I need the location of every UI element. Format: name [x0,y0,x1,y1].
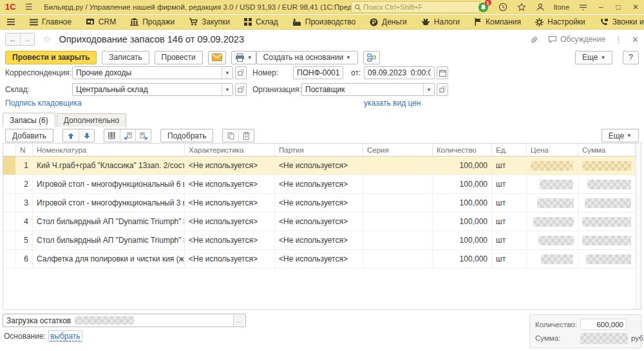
cell-series [363,194,433,212]
calendar-icon[interactable] [437,66,448,79]
print-button[interactable]: ▼ [231,51,256,64]
column-nomenclature[interactable]: Номенклатура [33,144,185,156]
cell-price-censored [527,213,578,231]
favorite-star-icon[interactable]: ☆ [43,33,51,45]
cell-unit: шт [492,231,527,249]
column-sum[interactable]: Сумма [578,144,636,156]
chevron-down-icon[interactable]: ▼ [423,84,434,95]
load-from-device-icon[interactable] [120,129,135,142]
inventory-table: N Номенклатура Характеристика Партия Сер… [3,143,641,310]
column-unit[interactable]: Ед. [492,144,527,156]
warehouse-open-icon[interactable] [235,83,247,96]
cell-characteristic: <Не используется> [185,194,275,212]
discussion-button[interactable]: Обсуждение [548,35,605,44]
number-field[interactable] [293,66,343,79]
chevron-down-icon: ▼ [627,133,632,138]
cell-sum-censored [578,157,636,175]
add-row-button[interactable]: Добавить [5,129,53,142]
storekeeper-signature-link[interactable]: Подпись кладовщика [5,99,82,108]
email-button[interactable] [208,51,226,64]
close-document-icon[interactable]: ✕ [632,35,639,44]
column-characteristic[interactable]: Характеристика [185,144,275,156]
column-series[interactable]: Серия [363,144,433,156]
post-and-close-button[interactable]: Провести и закрыть [5,51,97,64]
notifications-icon[interactable]: 1 [478,1,489,13]
create-based-on-button[interactable]: Создать на основании ▼ [256,51,358,64]
section-settings[interactable]: Настройки [535,17,585,26]
section-calls[interactable]: Звонки и сообщения [600,17,644,26]
total-sum-censored [580,333,628,344]
close-window-button[interactable]: ✕ [631,3,640,12]
cell-series [363,231,433,249]
section-crm[interactable]: CRM [86,17,116,26]
paste-icon[interactable] [238,129,254,142]
table-row[interactable]: 6 Салфетка для полировки и чистки кия (ж… [3,250,636,269]
unload-to-device-icon[interactable] [135,129,151,142]
load-balances-field[interactable]: Загрузка остатков ... [3,314,246,327]
table-scrollbar[interactable] [636,144,641,309]
organization-open-icon[interactable] [437,83,448,96]
history-icon[interactable] [498,2,508,12]
column-batch[interactable]: Партия [275,144,363,156]
post-button[interactable]: Провести [155,51,203,64]
section-company[interactable]: Компания [474,17,521,26]
warehouse-field[interactable]: ▼ [72,83,233,96]
section-money[interactable]: Деньги [370,17,407,26]
tab-additional[interactable]: Дополнительно [57,113,126,127]
column-quantity[interactable]: Количество [433,144,492,156]
user-icon[interactable] [535,2,545,12]
move-down-icon[interactable] [79,129,94,142]
section-warehouse[interactable]: Склад [244,17,278,26]
price-kind-link[interactable]: указать вид цен [364,99,421,108]
company-icon [474,18,482,26]
save-button[interactable]: Записать [102,51,149,64]
table-row[interactable]: 2 Игровой стол - многофункциональный 6 в… [3,175,636,194]
correspondence-open-icon[interactable] [235,66,247,79]
chevron-down-icon[interactable]: ▼ [222,84,232,95]
calls-icon [600,18,609,26]
cell-n: 1 [16,157,33,175]
section-sales[interactable]: Продажи [130,17,175,26]
basis-select-link[interactable]: выбрать [50,332,80,341]
sections-menu-icon[interactable] [6,18,15,26]
date-field[interactable] [364,66,435,79]
pick-items-button[interactable]: Подобрать [160,129,213,142]
table-row[interactable]: 1 Кий Ч.граб+граб "Классика" 13зап. 2/со… [3,157,636,175]
back-button[interactable]: ← [6,33,20,45]
move-up-icon[interactable] [63,129,79,142]
maximize-button[interactable]: □ [614,3,623,12]
section-taxes[interactable]: Налоги [421,17,460,26]
minimize-button[interactable]: – [596,3,605,12]
favorites-star-icon[interactable] [516,2,527,12]
section-production[interactable]: Производство [292,17,355,26]
section-purchases[interactable]: Закупки [189,17,230,26]
main-menu-icon[interactable]: ☰ [25,2,33,12]
get-link-icon[interactable] [529,35,539,44]
column-n[interactable]: N [16,144,33,156]
cell-nomenclature: Игровой стол - многофункциональный 6 в 1… [33,175,185,193]
table-row[interactable]: 4 Стол бильярдный АП "Dynamic Triumph" 8… [3,213,636,231]
column-price[interactable]: Цена [527,144,578,156]
global-search[interactable] [351,1,480,13]
tab-inventory[interactable]: Запасы (6) [3,113,55,127]
more-button[interactable]: Еще ▼ [575,51,612,64]
organization-field[interactable]: ▼ [301,83,435,96]
ellipsis-button[interactable]: ... [233,315,245,326]
more-actions-icon[interactable]: ⋮ [614,35,623,44]
chevron-down-icon[interactable]: ▼ [222,67,232,79]
table-row[interactable]: 3 Игровой стол - многофункциональный 3 в… [3,194,636,213]
table-row[interactable]: 5 Стол бильярдный АП "Dynamic Triumph" 8… [3,231,636,250]
section-main[interactable]: Главное [30,17,71,26]
table-more-button[interactable]: Еще ▼ [601,129,639,142]
related-documents-button[interactable] [363,51,380,64]
search-input[interactable] [363,3,473,11]
barcode-icon[interactable] [104,129,120,142]
cell-sum-censored [578,194,636,212]
forward-button[interactable]: → [20,33,34,45]
correspondence-field[interactable]: ▼ [72,66,233,79]
service-menu-icon[interactable] [578,2,588,12]
help-button[interactable]: ? [623,51,639,64]
copy-icon[interactable] [223,129,238,142]
1c-logo: 1С [5,2,16,12]
cell-n: 2 [16,175,33,193]
